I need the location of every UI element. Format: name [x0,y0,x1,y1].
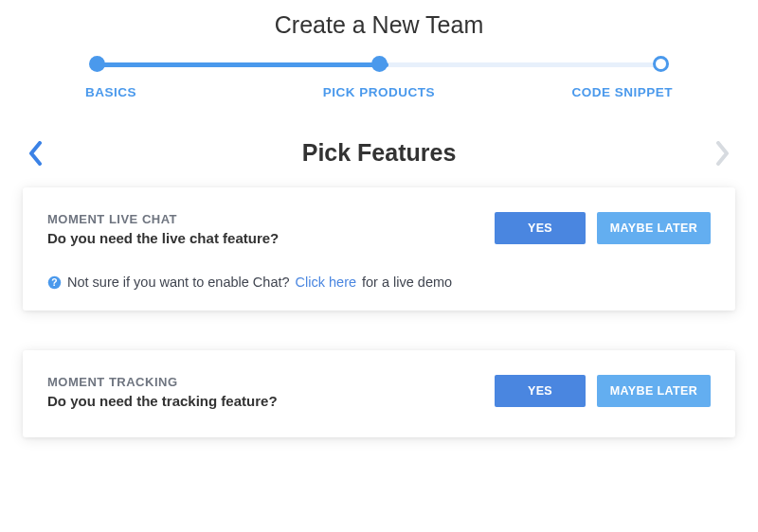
svg-text:?: ? [51,277,57,288]
hint-text-after: for a live demo [362,275,452,290]
card-titles: MOMENT TRACKING Do you need the tracking… [47,375,476,409]
maybe-later-button[interactable]: MAYBE LATER [597,212,711,244]
step-dot-filled-icon [89,56,105,72]
step-label: PICK PRODUCTS [323,85,435,99]
section-title: Pick Features [49,139,709,167]
card-question: Do you need the tracking feature? [47,393,476,409]
progress-stepper: BASICS PICK PRODUCTS CODE SNIPPET [85,56,673,99]
card-actions: YES MAYBE LATER [495,212,711,244]
card-question: Do you need the live chat feature? [47,230,476,246]
card-header: MOMENT TRACKING Do you need the tracking… [47,375,711,409]
hint-text-before: Not sure if you want to enable Chat? [67,275,290,290]
step-dot-filled-icon [371,56,388,72]
help-icon: ? [47,275,62,290]
card-titles: MOMENT LIVE CHAT Do you need the live ch… [47,212,476,246]
prev-arrow[interactable] [23,140,49,167]
feature-card-tracking: MOMENT TRACKING Do you need the tracking… [23,350,735,437]
feature-card-chat: MOMENT LIVE CHAT Do you need the live ch… [23,187,735,310]
step-basics[interactable]: BASICS [85,56,227,99]
page-container: Create a New Team BASICS PICK PRODUCTS C… [0,0,758,437]
card-eyebrow: MOMENT TRACKING [47,375,476,389]
card-eyebrow: MOMENT LIVE CHAT [47,212,476,226]
card-actions: YES MAYBE LATER [495,375,711,407]
step-code-snippet[interactable]: CODE SNIPPET [531,56,673,99]
chevron-left-icon [28,141,44,166]
yes-button[interactable]: YES [495,375,586,407]
maybe-later-button[interactable]: MAYBE LATER [597,375,711,407]
hint-link[interactable]: Click here [296,275,356,290]
section-header: Pick Features [17,139,741,167]
step-label: CODE SNIPPET [571,85,673,99]
chevron-right-icon [714,141,730,166]
page-title: Create a New Team [17,11,741,39]
card-header: MOMENT LIVE CHAT Do you need the live ch… [47,212,711,246]
yes-button[interactable]: YES [495,212,586,244]
step-pick-products[interactable]: PICK PRODUCTS [308,56,450,99]
card-hint: ? Not sure if you want to enable Chat? C… [47,275,711,290]
step-label: BASICS [85,85,136,99]
next-arrow[interactable] [709,140,735,167]
stepper-steps: BASICS PICK PRODUCTS CODE SNIPPET [85,56,673,99]
step-dot-hollow-icon [653,56,669,72]
